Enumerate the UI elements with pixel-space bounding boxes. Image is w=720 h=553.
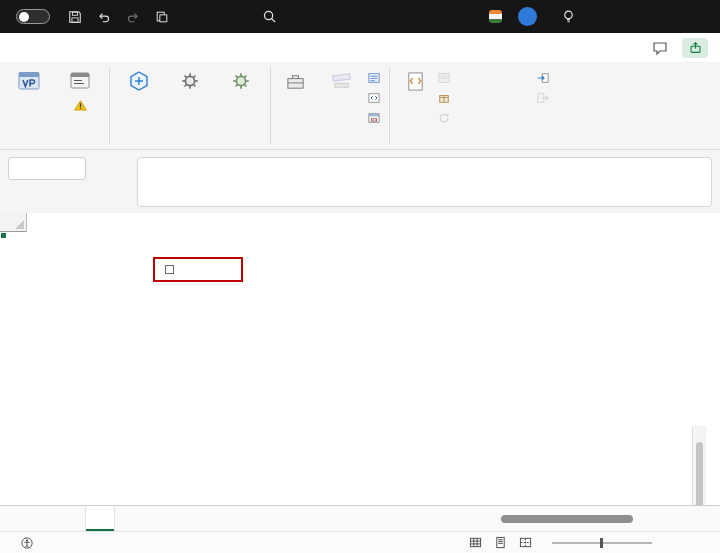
ribbon-developer <box>0 62 720 150</box>
copy-button[interactable] <box>155 10 169 24</box>
sheet-tab-bar <box>0 505 720 531</box>
com-add-ins-icon <box>231 69 251 93</box>
column-header-row <box>0 213 706 232</box>
export-button[interactable] <box>537 90 589 106</box>
horizontal-scroll-thumb[interactable] <box>501 515 633 523</box>
export-icon <box>537 92 549 104</box>
status-bar <box>0 531 720 553</box>
account-badge-icon <box>489 10 502 23</box>
map-properties-icon <box>438 72 450 84</box>
ribbon-tab-bar <box>0 33 720 62</box>
autosave-control[interactable] <box>10 9 50 24</box>
insert-control-icon <box>285 69 306 93</box>
design-mode-button[interactable] <box>317 67 365 96</box>
vertical-scroll-thumb[interactable] <box>696 442 703 505</box>
expansion-packs-icon <box>438 92 450 104</box>
zoom-control <box>544 542 660 544</box>
group-label-xml <box>390 132 594 149</box>
macros-icon <box>69 69 91 93</box>
run-dialog-button[interactable] <box>368 110 384 126</box>
zoom-slider[interactable] <box>552 542 652 544</box>
accessibility-icon <box>21 537 33 549</box>
titlebar-right <box>489 7 720 26</box>
checkbox-icon[interactable] <box>165 265 174 274</box>
avatar[interactable] <box>518 7 537 26</box>
horizontal-scrollbar[interactable] <box>458 514 720 524</box>
macros-button[interactable] <box>56 67 104 111</box>
visual-basic-icon <box>18 69 40 93</box>
view-code-button[interactable] <box>368 90 384 106</box>
sheet-tab-sheet1[interactable] <box>85 506 115 531</box>
group-label-controls <box>271 132 389 149</box>
status-bar-right <box>469 536 708 549</box>
ribbon-group-addins <box>110 62 270 149</box>
search-icon[interactable] <box>262 9 277 24</box>
fill-handle[interactable] <box>0 232 7 239</box>
normal-view-button[interactable] <box>469 536 482 549</box>
visual-basic-button[interactable] <box>5 67 53 96</box>
add-ins-button[interactable] <box>115 67 163 96</box>
ribbon-group-code <box>0 62 109 149</box>
horizontal-scroll-track[interactable] <box>469 514 703 524</box>
properties-icon <box>368 72 380 84</box>
design-mode-icon <box>331 69 352 93</box>
checkbox-highlight <box>153 257 243 282</box>
import-button[interactable] <box>537 70 589 86</box>
map-properties-button[interactable] <box>438 70 534 86</box>
zoom-slider-knob[interactable] <box>600 538 603 548</box>
undo-button[interactable] <box>97 10 111 24</box>
group-label-addins <box>110 132 270 149</box>
refresh-data-button[interactable] <box>438 110 534 126</box>
name-box[interactable] <box>8 157 86 180</box>
formula-bar <box>0 150 720 213</box>
vertical-scrollbar[interactable] <box>692 426 706 505</box>
import-icon <box>537 72 549 84</box>
view-code-icon <box>368 92 380 104</box>
scroll-up-icon[interactable] <box>693 426 706 440</box>
comments-button[interactable] <box>652 40 668 56</box>
formula-buttons <box>104 157 128 180</box>
refresh-data-icon <box>438 112 450 124</box>
formula-input[interactable] <box>137 157 712 207</box>
group-label-code <box>0 132 109 149</box>
add-ins-icon <box>128 69 150 93</box>
redo-button[interactable] <box>126 10 140 24</box>
ribbon-group-xml <box>390 62 594 149</box>
excel-add-ins-button[interactable] <box>166 67 214 96</box>
quick-access-toolbar <box>68 10 184 24</box>
macro-security-warning-icon[interactable] <box>74 100 87 111</box>
autosave-toggle[interactable] <box>16 9 50 24</box>
toggle-knob-icon <box>19 12 29 22</box>
page-break-view-button[interactable] <box>519 536 532 549</box>
page-layout-view-button[interactable] <box>494 536 507 549</box>
select-all-corner[interactable] <box>0 213 27 232</box>
source-button[interactable] <box>395 67 435 96</box>
lightbulb-icon[interactable] <box>561 9 576 24</box>
properties-button[interactable] <box>368 70 384 86</box>
ribbon-group-controls <box>271 62 389 149</box>
spreadsheet-grid <box>0 213 706 505</box>
run-dialog-icon <box>368 112 380 124</box>
source-icon <box>405 69 426 93</box>
expansion-packs-button[interactable] <box>438 90 534 106</box>
save-button[interactable] <box>68 10 82 24</box>
com-add-ins-button[interactable] <box>217 67 265 96</box>
excel-add-ins-icon <box>180 69 200 93</box>
menu-right <box>652 38 720 58</box>
insert-control-button[interactable] <box>276 67 314 99</box>
titlebar <box>0 0 720 33</box>
share-button[interactable] <box>682 38 708 58</box>
